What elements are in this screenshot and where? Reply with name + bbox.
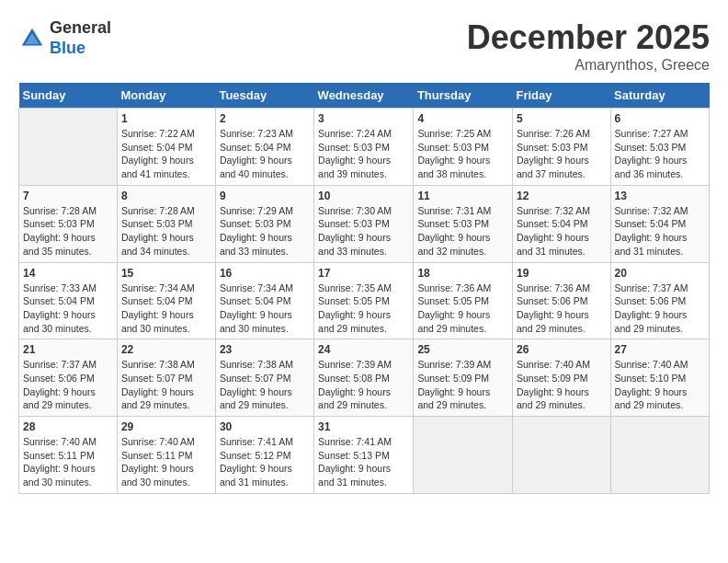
- day-number: 15: [121, 267, 211, 280]
- day-info: Sunrise: 7:40 AMSunset: 5:11 PMDaylight:…: [121, 435, 211, 489]
- day-number: 22: [121, 343, 211, 356]
- day-number: 13: [615, 190, 705, 202]
- day-info: Sunrise: 7:22 AMSunset: 5:04 PMDaylight:…: [121, 127, 211, 181]
- header-day-monday: Monday: [117, 83, 215, 109]
- header-day-tuesday: Tuesday: [215, 83, 313, 109]
- day-info: Sunrise: 7:32 AMSunset: 5:04 PMDaylight:…: [615, 204, 705, 259]
- day-number: 18: [417, 267, 508, 280]
- day-info: Sunrise: 7:36 AMSunset: 5:05 PMDaylight:…: [417, 282, 508, 336]
- calendar-cell: 11Sunrise: 7:31 AMSunset: 5:03 PMDayligh…: [414, 185, 513, 262]
- calendar-cell: 3Sunrise: 7:24 AMSunset: 5:03 PMDaylight…: [314, 109, 414, 186]
- calendar-cell: 22Sunrise: 7:38 AMSunset: 5:07 PMDayligh…: [117, 339, 215, 417]
- calendar-cell: [19, 109, 118, 186]
- day-number: 10: [318, 190, 409, 202]
- day-info: Sunrise: 7:34 AMSunset: 5:04 PMDaylight:…: [121, 282, 211, 336]
- header-day-friday: Friday: [512, 83, 610, 109]
- day-number: 28: [23, 420, 113, 433]
- day-number: 25: [417, 343, 508, 356]
- day-info: Sunrise: 7:38 AMSunset: 5:07 PMDaylight:…: [121, 358, 211, 412]
- calendar-cell: 21Sunrise: 7:37 AMSunset: 5:06 PMDayligh…: [19, 339, 118, 417]
- calendar-cell: 25Sunrise: 7:39 AMSunset: 5:09 PMDayligh…: [414, 339, 513, 417]
- calendar-cell: 26Sunrise: 7:40 AMSunset: 5:09 PMDayligh…: [512, 339, 610, 417]
- day-number: 6: [615, 112, 705, 125]
- day-number: 29: [121, 420, 211, 433]
- day-info: Sunrise: 7:24 AMSunset: 5:03 PMDaylight:…: [318, 127, 409, 181]
- calendar-cell: 13Sunrise: 7:32 AMSunset: 5:04 PMDayligh…: [610, 185, 709, 262]
- day-number: 17: [318, 267, 409, 280]
- calendar-week-2: 7Sunrise: 7:28 AMSunset: 5:03 PMDaylight…: [19, 185, 710, 262]
- day-info: Sunrise: 7:37 AMSunset: 5:06 PMDaylight:…: [615, 282, 705, 336]
- calendar-cell: 18Sunrise: 7:36 AMSunset: 5:05 PMDayligh…: [414, 262, 513, 339]
- day-number: 12: [517, 190, 607, 202]
- title-block: December 2025 Amarynthos, Greece: [467, 18, 710, 74]
- day-info: Sunrise: 7:40 AMSunset: 5:09 PMDaylight:…: [517, 358, 607, 412]
- day-info: Sunrise: 7:41 AMSunset: 5:12 PMDaylight:…: [220, 435, 310, 489]
- header-day-sunday: Sunday: [19, 83, 118, 109]
- calendar-cell: [610, 417, 709, 494]
- calendar-table: SundayMondayTuesdayWednesdayThursdayFrid…: [18, 83, 710, 494]
- day-info: Sunrise: 7:27 AMSunset: 5:03 PMDaylight:…: [615, 127, 705, 181]
- day-info: Sunrise: 7:28 AMSunset: 5:03 PMDaylight:…: [23, 204, 113, 259]
- day-info: Sunrise: 7:36 AMSunset: 5:06 PMDaylight:…: [517, 282, 607, 336]
- calendar-week-1: 1Sunrise: 7:22 AMSunset: 5:04 PMDaylight…: [19, 109, 710, 186]
- day-number: 27: [615, 343, 705, 356]
- day-info: Sunrise: 7:41 AMSunset: 5:13 PMDaylight:…: [318, 435, 409, 489]
- day-number: 19: [517, 267, 607, 280]
- day-info: Sunrise: 7:38 AMSunset: 5:07 PMDaylight:…: [220, 358, 310, 412]
- day-number: 9: [220, 190, 310, 202]
- calendar-week-4: 21Sunrise: 7:37 AMSunset: 5:06 PMDayligh…: [19, 339, 710, 417]
- calendar-cell: 23Sunrise: 7:38 AMSunset: 5:07 PMDayligh…: [215, 339, 313, 417]
- calendar-week-5: 28Sunrise: 7:40 AMSunset: 5:11 PMDayligh…: [19, 417, 710, 494]
- calendar-cell: [414, 417, 513, 494]
- calendar-cell: 16Sunrise: 7:34 AMSunset: 5:04 PMDayligh…: [215, 262, 313, 339]
- day-number: 23: [220, 343, 310, 356]
- calendar-cell: 24Sunrise: 7:39 AMSunset: 5:08 PMDayligh…: [314, 339, 414, 417]
- day-number: 8: [121, 190, 211, 202]
- header-day-thursday: Thursday: [414, 83, 513, 109]
- calendar-cell: 15Sunrise: 7:34 AMSunset: 5:04 PMDayligh…: [117, 262, 215, 339]
- day-info: Sunrise: 7:37 AMSunset: 5:06 PMDaylight:…: [23, 358, 113, 412]
- calendar-header-row: SundayMondayTuesdayWednesdayThursdayFrid…: [19, 83, 710, 109]
- calendar-cell: 29Sunrise: 7:40 AMSunset: 5:11 PMDayligh…: [117, 417, 215, 494]
- day-number: 30: [220, 420, 310, 433]
- day-number: 11: [417, 190, 508, 202]
- header-day-saturday: Saturday: [610, 83, 709, 109]
- day-number: 2: [220, 112, 310, 125]
- day-info: Sunrise: 7:28 AMSunset: 5:03 PMDaylight:…: [121, 204, 211, 259]
- location: Amarynthos, Greece: [467, 57, 710, 74]
- day-info: Sunrise: 7:23 AMSunset: 5:04 PMDaylight:…: [220, 127, 310, 181]
- calendar-cell: 7Sunrise: 7:28 AMSunset: 5:03 PMDaylight…: [19, 185, 118, 262]
- day-info: Sunrise: 7:39 AMSunset: 5:08 PMDaylight:…: [318, 358, 409, 412]
- day-number: 16: [220, 267, 310, 280]
- calendar-cell: 5Sunrise: 7:26 AMSunset: 5:03 PMDaylight…: [512, 109, 610, 186]
- calendar-week-3: 14Sunrise: 7:33 AMSunset: 5:04 PMDayligh…: [19, 262, 710, 339]
- calendar-cell: 14Sunrise: 7:33 AMSunset: 5:04 PMDayligh…: [19, 262, 118, 339]
- day-info: Sunrise: 7:40 AMSunset: 5:11 PMDaylight:…: [23, 435, 113, 489]
- calendar-cell: 9Sunrise: 7:29 AMSunset: 5:03 PMDaylight…: [215, 185, 313, 262]
- day-number: 1: [121, 112, 211, 125]
- calendar-cell: 27Sunrise: 7:40 AMSunset: 5:10 PMDayligh…: [610, 339, 709, 417]
- page-header: General Blue December 2025 Amarynthos, G…: [18, 18, 710, 74]
- day-info: Sunrise: 7:39 AMSunset: 5:09 PMDaylight:…: [417, 358, 508, 412]
- logo-blue-text: Blue: [50, 39, 85, 57]
- calendar-cell: 1Sunrise: 7:22 AMSunset: 5:04 PMDaylight…: [117, 109, 215, 186]
- day-number: 20: [615, 267, 705, 280]
- calendar-cell: 30Sunrise: 7:41 AMSunset: 5:12 PMDayligh…: [215, 417, 313, 494]
- calendar-cell: 10Sunrise: 7:30 AMSunset: 5:03 PMDayligh…: [314, 185, 414, 262]
- calendar-cell: 19Sunrise: 7:36 AMSunset: 5:06 PMDayligh…: [512, 262, 610, 339]
- day-number: 5: [517, 112, 607, 125]
- day-info: Sunrise: 7:33 AMSunset: 5:04 PMDaylight:…: [23, 282, 113, 336]
- calendar-cell: [512, 417, 610, 494]
- calendar-cell: 6Sunrise: 7:27 AMSunset: 5:03 PMDaylight…: [610, 109, 709, 186]
- day-info: Sunrise: 7:25 AMSunset: 5:03 PMDaylight:…: [417, 127, 508, 181]
- day-number: 4: [417, 112, 508, 125]
- day-number: 21: [23, 343, 113, 356]
- month-title: December 2025: [467, 18, 710, 57]
- calendar-cell: 20Sunrise: 7:37 AMSunset: 5:06 PMDayligh…: [610, 262, 709, 339]
- day-number: 7: [23, 190, 113, 202]
- header-day-wednesday: Wednesday: [314, 83, 414, 109]
- day-info: Sunrise: 7:31 AMSunset: 5:03 PMDaylight:…: [417, 204, 508, 259]
- logo-icon: [18, 25, 46, 52]
- day-number: 24: [318, 343, 409, 356]
- day-number: 3: [318, 112, 409, 125]
